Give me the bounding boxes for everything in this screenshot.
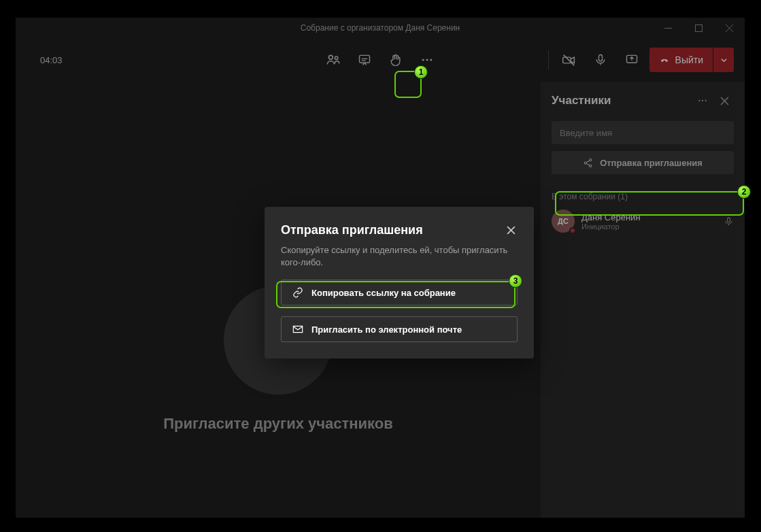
share-icon: [583, 158, 593, 168]
toolbar-separator: [548, 50, 549, 69]
invite-others-heading: Пригласите других участников: [163, 415, 393, 433]
minimize-button[interactable]: [653, 18, 683, 38]
raise-hand-button[interactable]: [382, 46, 409, 73]
svg-point-6: [430, 59, 432, 61]
camera-button[interactable]: [556, 46, 583, 73]
svg-rect-16: [728, 217, 730, 222]
search-participant-input[interactable]: [552, 121, 734, 144]
microphone-button[interactable]: [587, 46, 614, 73]
panel-title: Участники: [552, 94, 693, 107]
leave-button-group: Выйти: [649, 48, 734, 72]
window-controls: [653, 18, 745, 38]
panel-close-button[interactable]: [715, 91, 734, 110]
panel-header: Участники: [552, 91, 734, 110]
presence-indicator: [569, 227, 576, 234]
toolbar-center: [320, 46, 441, 73]
participant-info: Даня Серенин Инициатор: [581, 212, 717, 231]
share-invite-button[interactable]: Отправка приглашения: [552, 151, 734, 174]
leave-dropdown-button[interactable]: [713, 48, 734, 72]
modal-title: Отправка приглашения: [281, 223, 504, 237]
participant-name: Даня Серенин: [581, 212, 717, 222]
window-title: Собрание с организатором Даня Серенин: [301, 23, 460, 33]
svg-point-4: [422, 59, 424, 61]
share-invite-label: Отправка приглашения: [600, 158, 703, 168]
toolbar-right: Выйти: [545, 46, 734, 73]
copy-meeting-link-button[interactable]: Копировать ссылку на собрание: [281, 280, 518, 305]
participants-panel: Участники Отправка приглашения: [541, 82, 745, 518]
leave-button[interactable]: Выйти: [649, 48, 713, 72]
app-window: Собрание с организатором Даня Серенин 04…: [16, 18, 745, 518]
svg-rect-8: [598, 55, 602, 61]
svg-point-10: [698, 100, 700, 101]
maximize-button[interactable]: [683, 18, 714, 38]
svg-point-11: [702, 100, 703, 101]
chat-button[interactable]: [351, 46, 378, 73]
participant-role: Инициатор: [581, 222, 717, 231]
share-screen-button[interactable]: [618, 46, 645, 73]
participant-mic-icon: [724, 216, 734, 227]
panel-header-actions: [693, 91, 734, 110]
svg-rect-0: [696, 24, 703, 31]
email-invite-label: Пригласить по электронной почте: [311, 325, 462, 335]
more-actions-button[interactable]: [413, 46, 441, 73]
meeting-timer: 04:03: [40, 55, 63, 65]
svg-point-12: [705, 100, 707, 101]
svg-point-5: [426, 59, 428, 61]
link-icon: [292, 287, 303, 298]
modal-subtitle: Скопируйте ссылку и поделитесь ей, чтобы…: [281, 244, 518, 269]
share-invite-modal: Отправка приглашения Скопируйте ссылку и…: [265, 207, 534, 359]
modal-close-button[interactable]: [504, 223, 518, 237]
close-window-button[interactable]: [714, 18, 745, 38]
participants-button[interactable]: [320, 46, 347, 73]
participant-row[interactable]: ДС Даня Серенин Инициатор: [552, 210, 734, 233]
svg-point-1: [328, 55, 333, 59]
panel-more-button[interactable]: [693, 91, 712, 110]
avatar: ДС: [552, 210, 575, 233]
section-in-meeting: В этом собрании (1): [552, 192, 734, 201]
email-invite-button[interactable]: Пригласить по электронной почте: [281, 316, 518, 342]
leave-label: Выйти: [675, 54, 703, 65]
copy-link-label: Копировать ссылку на собрание: [311, 288, 456, 298]
mail-icon: [292, 324, 303, 335]
modal-header: Отправка приглашения: [281, 223, 518, 237]
avatar-initials: ДС: [558, 217, 569, 225]
svg-point-2: [335, 56, 337, 59]
meeting-toolbar: 04:03: [16, 38, 745, 82]
title-bar: Собрание с организатором Даня Серенин: [16, 18, 745, 38]
